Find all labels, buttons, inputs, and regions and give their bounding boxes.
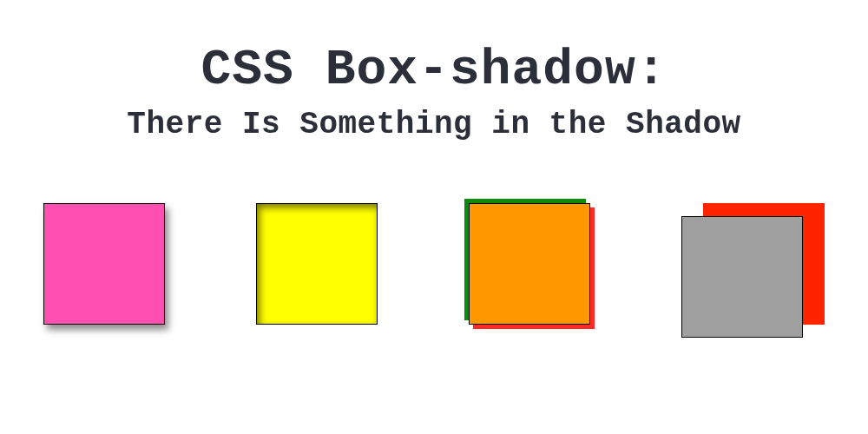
page-title: CSS Box-shadow: — [201, 42, 667, 98]
box-gray-front-layer — [681, 216, 803, 338]
boxes-row — [43, 203, 825, 338]
page-subtitle: There Is Something in the Shadow — [127, 107, 740, 142]
box-pink-drop-shadow — [43, 203, 165, 325]
box-gray-offset-group — [681, 203, 825, 338]
box-yellow-inset-shadow — [256, 203, 378, 325]
box-orange-multi-shadow — [469, 203, 590, 325]
page-container: CSS Box-shadow: There Is Something in th… — [0, 0, 868, 434]
